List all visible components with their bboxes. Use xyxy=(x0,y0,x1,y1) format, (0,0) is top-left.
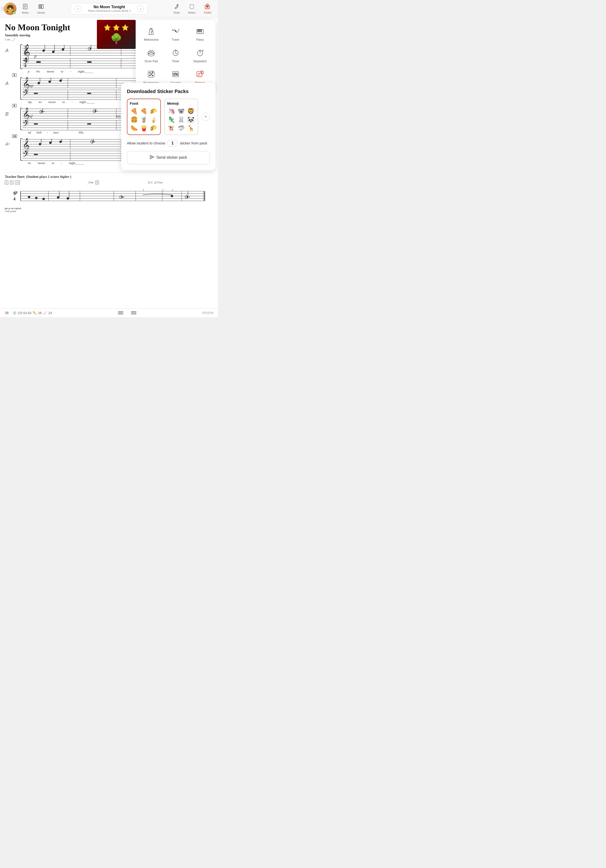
sticker-cell: 🐰 xyxy=(177,116,186,123)
sticker-count-input[interactable]: 1 xyxy=(168,140,177,147)
svg-point-186 xyxy=(57,196,59,199)
sticker-cell: 🦎 xyxy=(167,116,176,123)
memoji-pack-name: Memoji xyxy=(167,102,195,105)
next-arrow-icon: › xyxy=(140,7,141,11)
lyric-mp: mp xyxy=(28,100,32,104)
page-number: 38 xyxy=(5,311,9,315)
toolkit-drum-pad[interactable]: Drum Pad xyxy=(141,46,162,65)
toolkit-stopwatch[interactable]: Stopwatch xyxy=(189,46,211,65)
sticker-cell: 🦄 xyxy=(167,107,176,115)
bottom-bar: 38 💿 CD 52-53 ✏️ 28 🧹 23 FF1078 xyxy=(0,308,218,317)
sticker-cell: 🧋 xyxy=(139,116,148,123)
tuner-label: Tuner xyxy=(172,38,179,42)
svg-point-78 xyxy=(37,82,40,84)
pencil-number: 28 xyxy=(38,311,42,315)
svg-text:2: 2 xyxy=(143,189,144,191)
sticker-cell: 🍕 xyxy=(130,107,139,115)
svg-point-184 xyxy=(35,197,37,199)
svg-rect-211 xyxy=(199,29,200,32)
section-a2-label: A xyxy=(5,81,8,86)
hamburger-menu-right[interactable] xyxy=(131,312,136,314)
svg-marker-243 xyxy=(150,155,154,159)
toolkit-metronome[interactable]: Metronome xyxy=(141,25,162,43)
hamburger-menu-left[interactable] xyxy=(118,312,123,314)
svg-text:mp: mp xyxy=(29,84,33,88)
svg-rect-159 xyxy=(34,154,38,155)
svg-rect-122 xyxy=(87,123,91,124)
lyric-no: No xyxy=(36,70,40,73)
sticker-pack-memoji[interactable]: Memoji 🦄 🐨 🦁 🦎 🐰 🐼 🐮 🦈 🦒 xyxy=(164,99,198,135)
select-label: Select xyxy=(188,11,195,14)
section-b-label: B xyxy=(5,111,8,117)
hamburger-line xyxy=(131,314,136,314)
send-icon xyxy=(150,155,155,161)
teacher-duet-dynamics: pp–p on repeat with pedal xyxy=(5,207,213,212)
sheet-title: No Moon Tonight xyxy=(5,22,97,33)
select-button[interactable]: Select xyxy=(185,2,198,15)
sticker-cell: 🦒 xyxy=(187,124,195,132)
section-a-label: A xyxy=(5,48,8,53)
next-page-button[interactable]: › xyxy=(137,5,144,12)
main-content: ⭐ ⭐ ⭐ 🌳 No Moon Tonight Smoothly moving … xyxy=(0,17,218,308)
draw-button[interactable]: Draw xyxy=(170,2,182,15)
cd-label: CD 52-53 xyxy=(18,311,31,315)
metronome-icon xyxy=(147,27,156,37)
eraser-number: 23 xyxy=(48,311,52,315)
toolkit-tuner[interactable]: Tuner xyxy=(165,25,187,43)
svg-point-147 xyxy=(94,141,95,142)
nav-subtitle: Piano Adventures Lesson Book 1 xyxy=(84,9,134,12)
svg-point-236 xyxy=(151,74,152,75)
sticker-pack-food[interactable]: Food 🍕 🍕 🌮 🍔 🧋 🍦 🌭 🍟 🌮 xyxy=(127,99,161,135)
stopwatch-icon xyxy=(196,48,204,58)
allow-label: Allow student to choose xyxy=(127,141,165,145)
svg-point-107 xyxy=(94,110,96,112)
timer-icon xyxy=(171,48,180,58)
notes-button[interactable]: Notes xyxy=(19,2,32,15)
svg-point-199 xyxy=(189,197,190,197)
dc-label: D.C. al Fine xyxy=(148,181,162,184)
svg-point-204 xyxy=(151,28,152,29)
avatar[interactable]: 👧 xyxy=(4,2,17,15)
measure-5-number: 5 xyxy=(12,73,17,77)
hamburger-line xyxy=(131,313,136,313)
nav-title: No Moon Tonight xyxy=(84,5,134,9)
svg-text:4: 4 xyxy=(24,63,26,68)
sticker-cell: 🐨 xyxy=(177,107,186,115)
teacher-duet-staff: 𝄢 9 4 xyxy=(5,186,213,206)
svg-point-141 xyxy=(49,141,52,144)
toolkit-timer[interactable]: Timer xyxy=(165,46,187,65)
svg-point-41 xyxy=(52,51,54,53)
library-icon xyxy=(38,3,44,11)
section-a1-label: A¹ xyxy=(5,142,10,147)
sticker-cell: 🌭 xyxy=(130,124,139,132)
send-sticker-button[interactable]: Send sticker pack xyxy=(127,151,210,164)
svg-text:𝄢: 𝄢 xyxy=(23,120,28,130)
add-sticker-pack-button[interactable]: + xyxy=(201,113,210,121)
prev-page-button[interactable]: ‹ xyxy=(74,5,81,12)
measure-9-number: 9 xyxy=(12,104,17,107)
book-stars-decoration: ⭐ ⭐ ⭐ 🌳 xyxy=(104,23,128,45)
svg-point-198 xyxy=(187,196,188,198)
nav-title-group: No Moon Tonight Piano Adventures Lesson … xyxy=(84,5,134,12)
svg-point-188 xyxy=(66,197,69,200)
sticker-packs-panel: Downloaded Sticker Packs Food 🍕 🍕 🌮 🍔 🧋 … xyxy=(121,83,216,170)
svg-text:4: 4 xyxy=(13,197,15,202)
top-navigation-bar: 👧 Notes Library ‹ xyxy=(0,0,218,17)
teacher-duet-title: Teacher Duet: (Student plays 1 octave hi… xyxy=(5,175,213,179)
toolkit-button[interactable]: Toolkit xyxy=(201,2,214,15)
from-pack-label: sticker from pack xyxy=(180,141,207,145)
svg-text:𝄢: 𝄢 xyxy=(23,150,28,161)
sticker-cell: 🦁 xyxy=(187,107,195,115)
svg-point-235 xyxy=(152,75,153,76)
svg-point-146 xyxy=(92,141,93,143)
counter-icon: 1½ xyxy=(171,70,180,80)
draw-icon xyxy=(173,3,180,11)
svg-point-82 xyxy=(59,79,62,82)
svg-point-205 xyxy=(175,30,176,31)
teacher-duet-section: Teacher Duet: (Student plays 1 octave hi… xyxy=(5,172,213,212)
svg-point-230 xyxy=(203,50,204,51)
toolkit-piano[interactable]: Piano xyxy=(189,25,211,43)
sticker-cell: 🐮 xyxy=(167,124,176,132)
drum-pad-label: Drum Pad xyxy=(145,60,158,63)
library-button[interactable]: Library xyxy=(34,2,48,15)
